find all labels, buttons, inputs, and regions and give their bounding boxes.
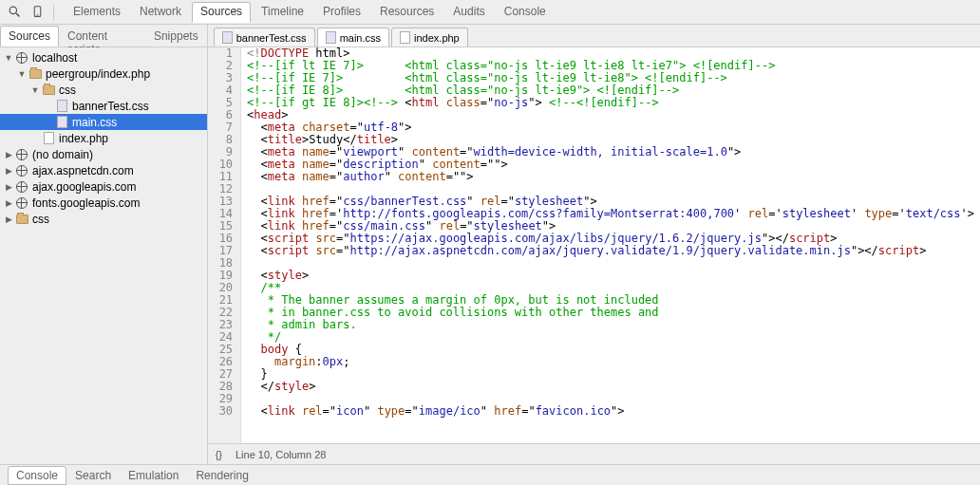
main-tab-network[interactable]: Network [131,2,190,23]
file-icon [54,99,69,113]
main-tab-resources[interactable]: Resources [371,2,443,23]
folder-icon [28,66,43,81]
search-icon[interactable] [4,2,25,23]
globe-icon [14,147,29,161]
file-tab[interactable]: bannerTest.css [214,28,315,47]
main-tab-audits[interactable]: Audits [444,2,493,23]
tree-label: (no domain) [32,148,93,161]
tree-item[interactable]: ▼peergroup/index.php [0,65,207,82]
svg-line-1 [16,13,19,16]
globe-icon [14,163,29,177]
folder-icon [41,83,56,97]
tree-item[interactable]: ▶(no domain) [0,146,207,162]
tree-toggle[interactable]: ▶ [4,215,13,224]
file-tab[interactable]: main.css [317,28,389,47]
sidebar-tabs: SourcesContent scriptsSnippets [0,25,207,47]
cursor-position: Line 10, Column 28 [236,449,326,460]
main-tab-console[interactable]: Console [496,2,555,23]
sidebar: SourcesContent scriptsSnippets ▼localhos… [0,25,208,464]
tree-label: ajax.aspnetcdn.com [32,164,134,177]
file-tree: ▼localhost▼peergroup/index.php▼cssbanner… [0,47,207,464]
separator [53,4,54,21]
main-tab-profiles[interactable]: Profiles [314,2,369,23]
main-tab-elements[interactable]: Elements [65,2,129,23]
editor-area: bannerTest.cssmain.cssindex.php 1 2 3 4 … [208,25,980,464]
main-tab-timeline[interactable]: Timeline [253,2,312,23]
tree-item[interactable]: index.php [0,130,207,146]
braces-icon[interactable]: {} [216,449,222,460]
tree-toggle[interactable]: ▶ [4,150,13,159]
code-content[interactable]: <!DOCTYPE html> <!--[if lt IE 7]> <html … [241,47,980,443]
tree-label: index.php [59,132,108,145]
tree-item[interactable]: ▶css [0,211,207,227]
footer-tab-emulation[interactable]: Emulation [120,466,187,485]
tree-label: main.css [72,116,117,129]
tree-label: css [59,84,76,97]
svg-point-3 [36,14,37,15]
line-gutter: 1 2 3 4 5 6 7 8 9 10 11 12 13 14 15 16 1… [208,47,241,443]
globe-icon [14,196,29,210]
footer-tab-search[interactable]: Search [66,466,120,485]
globe-icon [14,179,29,194]
file-tabs: bannerTest.cssmain.cssindex.php [208,25,980,47]
tree-toggle[interactable]: ▶ [4,182,13,192]
main-tab-sources[interactable]: Sources [192,2,251,23]
tree-label: bannerTest.css [72,100,149,113]
globe-icon [14,50,29,65]
tree-toggle[interactable]: ▶ [4,198,13,208]
tree-item[interactable]: main.css [0,114,207,130]
svg-point-0 [9,7,16,13]
main-tabs: ElementsNetworkSourcesTimelineProfilesRe… [64,2,556,23]
tree-label: localhost [32,51,77,65]
tree-label: peergroup/index.php [46,67,150,81]
tree-item[interactable]: ▼css [0,82,207,98]
file-tab[interactable]: index.php [391,28,468,47]
sidebar-tab-content-scripts[interactable]: Content scripts [59,26,145,47]
main-toolbar: ElementsNetworkSourcesTimelineProfilesRe… [0,0,980,25]
tree-item[interactable]: bannerTest.css [0,98,207,114]
tree-toggle[interactable]: ▼ [30,85,40,95]
file-icon [54,115,69,129]
sidebar-tab-snippets[interactable]: Snippets [145,26,207,47]
tree-item[interactable]: ▶fonts.googleapis.com [0,195,207,211]
tree-toggle[interactable]: ▼ [4,53,13,63]
folder-icon [14,212,29,226]
tree-label: ajax.googleapis.com [32,180,136,194]
tree-item[interactable]: ▶ajax.googleapis.com [0,178,207,195]
sidebar-tab-sources[interactable]: Sources [0,26,59,47]
footer-tabs: ConsoleSearchEmulationRendering [0,464,980,485]
tree-label: fonts.googleapis.com [32,196,140,210]
tree-item[interactable]: ▶ajax.aspnetcdn.com [0,162,207,178]
device-icon[interactable] [27,2,47,23]
status-bar: {} Line 10, Column 28 [208,443,980,464]
tree-toggle[interactable]: ▼ [17,69,27,79]
code-editor[interactable]: 1 2 3 4 5 6 7 8 9 10 11 12 13 14 15 16 1… [208,47,980,443]
tree-toggle[interactable]: ▶ [4,166,13,176]
tree-label: css [32,213,49,226]
tree-item[interactable]: ▼localhost [0,49,207,65]
footer-tab-console[interactable]: Console [8,466,66,485]
file-icon [41,131,56,145]
footer-tab-rendering[interactable]: Rendering [187,466,256,485]
workspace: SourcesContent scriptsSnippets ▼localhos… [0,25,980,464]
